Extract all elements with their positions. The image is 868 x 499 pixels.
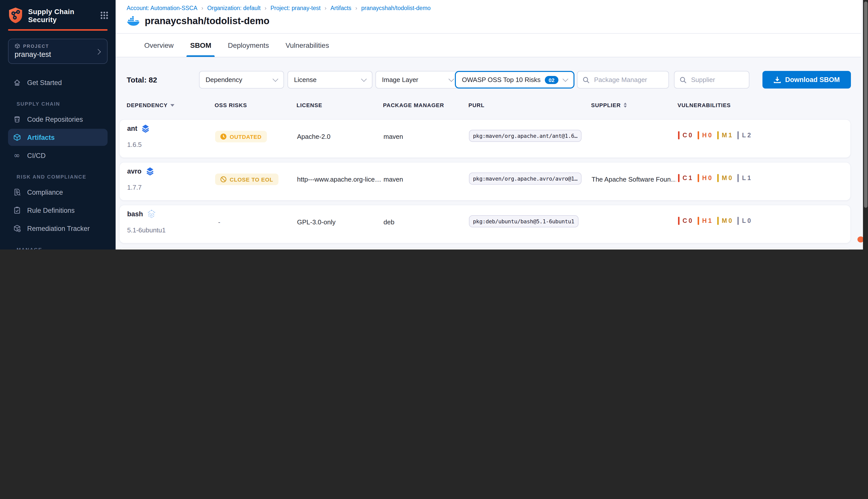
search-icon <box>680 76 687 83</box>
purl-chip[interactable]: pkg:maven/org.apache.ant/ant@1.6… <box>469 130 581 142</box>
supplier-input[interactable] <box>690 75 744 84</box>
dependency-name-text: ant <box>127 125 137 132</box>
table-row[interactable]: avro1.7.7CLOSE TO EOLhttp---www.apache.o… <box>119 162 851 201</box>
app-grid-icon[interactable] <box>100 11 109 20</box>
vuln-severity-bar <box>678 217 680 225</box>
vuln-severity-bar <box>717 217 719 225</box>
purl-chip[interactable]: pkg:maven/org.apache.avro/avro@1… <box>469 172 581 185</box>
infinity-icon: ∞ <box>13 151 21 160</box>
sidebar-item-ci-cd[interactable]: ∞CI/CD <box>8 147 108 164</box>
project-selector[interactable]: PROJECT pranay-test <box>8 39 108 64</box>
vuln-letter: L <box>742 132 746 139</box>
sidebar-item-rule-definitions[interactable]: Rule Definitions <box>8 202 108 219</box>
license-filter-label: License <box>294 76 317 84</box>
download-sbom-button[interactable]: Download SBOM <box>763 71 851 88</box>
vuln-l-count: L1 <box>738 174 751 182</box>
vuln-l-count: L2 <box>738 131 751 139</box>
vuln-letter: H <box>702 217 707 224</box>
vuln-number: 0 <box>747 217 751 224</box>
dependency-name-text: bash <box>127 210 143 218</box>
app-title-line1: Supply Chain <box>28 7 74 15</box>
sbom-table: ant1.6.5OUTDATEDApache-2.0mavenpkg:maven… <box>116 117 861 250</box>
dependency-version: 1.7.7 <box>127 184 142 191</box>
owasp-filter-label: OWASP OSS Top 10 Risks <box>462 76 541 84</box>
sidebar-item-artifacts[interactable]: Artifacts <box>8 129 108 146</box>
breadcrumb-link[interactable]: Project: pranay-test <box>271 5 320 11</box>
owasp-filter-dropdown[interactable]: OWASP OSS Top 10 Risks 02 <box>455 71 575 88</box>
image-layer-filter-dropdown[interactable]: Image Layer <box>375 71 460 88</box>
vuln-severity-bar <box>717 131 719 139</box>
sidebar-item-get-started[interactable]: Get Started <box>8 74 108 91</box>
sidebar: Supply Chain Security PROJECT pranay-tes… <box>0 0 116 250</box>
breadcrumb-link[interactable]: pranaycshah/todolist-demo <box>361 5 430 11</box>
sidebar-item-label: Get Started <box>27 79 62 86</box>
chevron-down-icon <box>449 76 454 82</box>
column-header-vulnerabilities[interactable]: VULNERABILITIES <box>678 102 731 108</box>
breadcrumb: Account: Automation-SSCA›Organization: d… <box>127 5 431 11</box>
nav-section-label: MANAGE <box>16 247 108 250</box>
nav-section-label: RISK AND COMPLIANCE <box>16 174 108 180</box>
vuln-m-count: M0 <box>717 174 732 182</box>
main-content: Account: Automation-SSCA›Organization: d… <box>116 0 861 250</box>
license-cell: http---www.apache.org-lice… <box>297 175 381 183</box>
sidebar-item-label: Compliance <box>27 188 63 196</box>
license-cell: GPL-3.0-only <box>297 218 336 226</box>
column-header-purl[interactable]: PURL <box>468 102 485 108</box>
sidebar-item-label: CI/CD <box>27 152 46 159</box>
column-header-label: LICENSE <box>297 102 322 108</box>
vuln-severity-bar <box>697 217 699 225</box>
box-wrench-icon <box>13 224 21 233</box>
column-header-label: SUPPLIER <box>591 102 621 108</box>
vuln-severity-bar <box>738 217 739 225</box>
vulnerability-counts: C0H1M0L0 <box>678 217 756 225</box>
sidebar-item-remediation-tracker[interactable]: Remediation Tracker <box>8 220 108 237</box>
tab-deployments[interactable]: Deployments <box>228 34 269 57</box>
scrollbar-thumb[interactable] <box>864 1 867 208</box>
tab-vulnerabilities[interactable]: Vulnerabilities <box>286 34 329 57</box>
dependency-filter-dropdown[interactable]: Dependency <box>199 71 284 88</box>
column-header-supplier[interactable]: SUPPLIER <box>591 102 627 108</box>
project-cube-icon <box>15 43 20 49</box>
vuln-number: 1 <box>747 174 751 182</box>
dependency-version: 1.6.5 <box>127 141 142 148</box>
vuln-h-count: H0 <box>697 174 712 182</box>
brand-divider <box>8 29 108 31</box>
supplier-cell: The Apache Software Foun… <box>592 175 676 183</box>
table-row[interactable]: bash5.1-6ubuntu1-GPL-3.0-onlydebpkg:deb/… <box>119 205 851 243</box>
page-title: pranaycshah/todolist-demo <box>145 16 269 27</box>
download-icon <box>773 76 781 84</box>
oss-risk-none: - <box>218 218 221 226</box>
vuln-severity-bar <box>738 131 739 139</box>
breadcrumb-link[interactable]: Organization: default <box>207 5 261 11</box>
column-header-dependency[interactable]: DEPENDENCY <box>127 102 175 108</box>
vuln-l-count: L0 <box>738 217 751 225</box>
vuln-letter: M <box>722 217 727 224</box>
package-manager-input[interactable] <box>593 75 664 84</box>
vuln-number: 0 <box>729 217 732 224</box>
sidebar-item-label: Code Repositories <box>27 115 83 123</box>
sidebar-item-code-repositories[interactable]: Code Repositories <box>8 111 108 128</box>
tab-overview[interactable]: Overview <box>144 34 174 57</box>
page-header: Account: Automation-SSCA›Organization: d… <box>116 0 861 34</box>
column-header-license[interactable]: LICENSE <box>297 102 322 108</box>
table-row[interactable]: ant1.6.5OUTDATEDApache-2.0mavenpkg:maven… <box>119 119 851 158</box>
vuln-severity-bar <box>717 174 719 182</box>
supplier-search <box>674 71 750 88</box>
purl-chip[interactable]: pkg:deb/ubuntu/bash@5.1-6ubuntu1 <box>469 215 578 227</box>
vuln-severity-bar <box>697 174 699 182</box>
breadcrumb-link[interactable]: Account: Automation-SSCA <box>127 5 197 11</box>
table-row[interactable]: commons-beanutils1.8.3 → 1.11.0END OF LI… <box>119 247 851 250</box>
sidebar-item-label: Remediation Tracker <box>27 224 90 232</box>
tab-sbom[interactable]: SBOM <box>190 34 211 57</box>
sidebar-item-compliance[interactable]: Compliance <box>8 184 108 201</box>
package-manager-cell: maven <box>383 133 403 141</box>
column-header-package-manager[interactable]: PACKAGE MANAGER <box>383 102 444 108</box>
vuln-letter: C <box>682 174 687 182</box>
license-filter-dropdown[interactable]: License <box>288 71 373 88</box>
column-header-oss-risks[interactable]: OSS RISKS <box>215 102 247 108</box>
chevron-down-icon <box>563 76 568 82</box>
vuln-letter: C <box>682 132 687 139</box>
sort-desc-icon <box>171 104 175 106</box>
tab-label: Overview <box>144 41 174 49</box>
breadcrumb-link[interactable]: Artifacts <box>330 5 351 11</box>
